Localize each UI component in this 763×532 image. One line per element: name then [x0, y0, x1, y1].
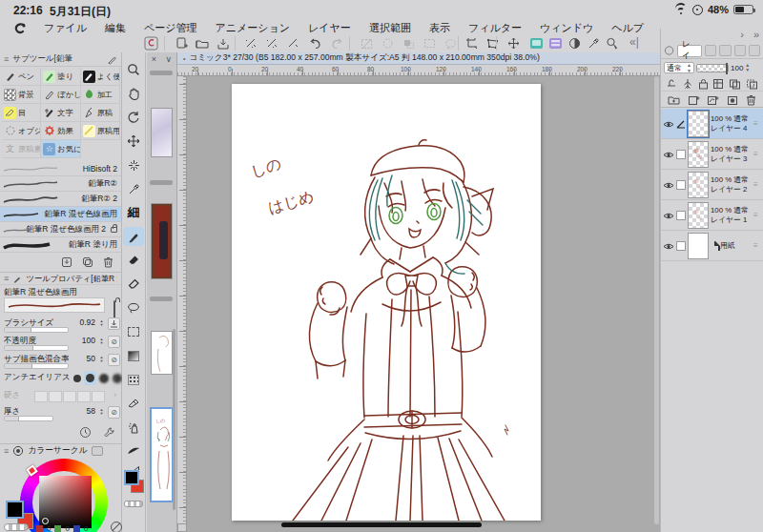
- subtool-group-draft[interactable]: 原稿: [81, 104, 120, 122]
- fine-brush-tool[interactable]: 細: [123, 203, 144, 222]
- transparent-color-swatch[interactable]: [124, 501, 143, 507]
- rect-select-icon[interactable]: [420, 35, 439, 51]
- stepper-icon[interactable]: ▲▼: [112, 371, 118, 384]
- subtool-group-blur[interactable]: ぼかし: [41, 86, 80, 104]
- layer-row[interactable]: 100 % 通常レイヤー 2 ≡: [661, 170, 763, 200]
- gradient-tool-icon[interactable]: [123, 346, 144, 365]
- subtool-group-fill[interactable]: 塗り: [41, 68, 80, 86]
- brush-size-value[interactable]: 0.92: [79, 317, 95, 327]
- undo-button[interactable]: [305, 35, 324, 51]
- eyedropper-tool-icon[interactable]: [123, 179, 144, 198]
- menu-edit[interactable]: 編集: [105, 21, 126, 35]
- subtool-group-frequent[interactable]: よく使: [81, 68, 120, 86]
- tab-layers[interactable]: レイ: [677, 45, 702, 57]
- layer-checkbox[interactable]: [676, 150, 686, 159]
- layer-thumbnail[interactable]: [688, 233, 709, 259]
- pencil-tool-selected[interactable]: [123, 227, 144, 246]
- collapse-toolbar-icon[interactable]: «|: [629, 35, 639, 49]
- tab-history-icon[interactable]: [719, 45, 731, 56]
- layer-checkbox[interactable]: [676, 180, 686, 190]
- brush-item-selected[interactable]: 鉛筆R 混ぜ色線画用: [0, 207, 121, 222]
- selection-tool-icon[interactable]: [123, 322, 144, 341]
- panel-grip-icon[interactable]: ≡: [4, 274, 9, 283]
- layer-row[interactable]: 100 % 通常レイヤー 1 ≡: [661, 200, 763, 231]
- palette-dock-icon[interactable]: [546, 35, 565, 51]
- blend-tool-icon[interactable]: [123, 275, 144, 294]
- lock-layer-icon[interactable]: [698, 78, 709, 90]
- panel-grip-icon[interactable]: ≡: [4, 54, 9, 64]
- layer-grip-icon[interactable]: ≡: [753, 150, 761, 158]
- page-thumbnail[interactable]: [151, 108, 173, 157]
- subtool-group-process[interactable]: 加工: [81, 86, 120, 104]
- layer-opacity-value[interactable]: 100: [731, 64, 743, 72]
- opacity-value[interactable]: 100: [82, 336, 95, 345]
- brush-item[interactable]: 鉛筆R 塗り用: [0, 237, 121, 253]
- document-tab[interactable]: • コミック3* 27/30 (B5 182.00 x 257.00mm 製本サ…: [177, 52, 660, 65]
- main-color-swatch[interactable]: [6, 501, 24, 519]
- layer-thumbnail[interactable]: [688, 141, 709, 168]
- reselect-icon[interactable]: [378, 35, 397, 51]
- layer-thumbnail[interactable]: [688, 172, 709, 198]
- layer-checkbox[interactable]: [676, 211, 686, 220]
- no-dynamics-icon[interactable]: ⊘: [108, 406, 120, 419]
- zoom-tool-icon[interactable]: [123, 60, 144, 79]
- visibility-eye-icon[interactable]: [663, 207, 674, 224]
- sv-marker[interactable]: [42, 518, 49, 524]
- move-icon[interactable]: [504, 35, 523, 51]
- canvas-vertical-scrollbar[interactable]: [654, 76, 659, 524]
- visibility-eye-icon[interactable]: [663, 176, 674, 194]
- delete-layer-icon[interactable]: [746, 94, 756, 106]
- lasso-tool-icon[interactable]: [123, 298, 144, 317]
- layer-checkbox[interactable]: [676, 241, 686, 251]
- layer-grip-icon[interactable]: ≡: [753, 180, 761, 189]
- tab-material-icon[interactable]: [749, 45, 760, 56]
- collapse-strip-icon[interactable]: ∨: [166, 54, 173, 64]
- reset-settings-icon[interactable]: [79, 426, 92, 439]
- stepper-icon[interactable]: ▲▼: [98, 317, 105, 330]
- new-layer-folder-icon[interactable]: [668, 94, 680, 106]
- layer-thumbnail[interactable]: [688, 202, 709, 229]
- deselect-icon[interactable]: [357, 35, 376, 51]
- edit-subtool-icon[interactable]: [107, 54, 117, 65]
- canvas-page[interactable]: しの はじめ: [232, 84, 541, 521]
- correction-wand-1-icon[interactable]: [240, 35, 259, 51]
- no-dynamics-icon[interactable]: ⊘: [108, 354, 120, 366]
- new-file-button[interactable]: [172, 35, 191, 51]
- color-circle-tab-icon[interactable]: [12, 445, 24, 457]
- thumb-scrollbar[interactable]: [173, 329, 175, 510]
- layer-grip-icon[interactable]: ≡: [753, 241, 761, 250]
- panel-swirl-icon[interactable]: [664, 45, 674, 56]
- ruler-range-icon[interactable]: [746, 78, 758, 90]
- mix-value[interactable]: 50: [87, 354, 95, 363]
- clip-studio-logo-icon[interactable]: [13, 22, 29, 35]
- save-button[interactable]: [214, 35, 233, 51]
- canvas-horizontal-scrollbar[interactable]: [281, 522, 482, 527]
- brush-item[interactable]: 鉛筆R 混ぜ色線画用 2: [0, 222, 121, 237]
- visibility-eye-icon[interactable]: [663, 115, 674, 133]
- wrench-settings-icon[interactable]: [103, 426, 115, 439]
- layer-grip-icon[interactable]: ≡: [753, 211, 761, 219]
- brush-size-source-icon[interactable]: [108, 317, 120, 330]
- rotate-view-icon[interactable]: [123, 108, 144, 127]
- stepper-icon[interactable]: ▲▼: [98, 335, 105, 348]
- blend-mode-select[interactable]: 通常▲▼: [664, 62, 694, 73]
- subtool-group-material[interactable]: 文原稿素: [2, 140, 41, 158]
- display-color-profile-icon[interactable]: [526, 35, 546, 51]
- menu-file[interactable]: ファイル: [44, 21, 87, 35]
- hardness-more-icon[interactable]: ›: [113, 390, 116, 399]
- visibility-eye-icon[interactable]: [663, 146, 674, 163]
- duplicate-brush-icon[interactable]: [82, 256, 93, 268]
- new-raster-layer-icon[interactable]: [688, 94, 700, 106]
- brush-item[interactable]: 鉛筆R② 2: [0, 192, 121, 207]
- layer-opacity-slider[interactable]: [696, 64, 729, 72]
- subtool-group-text[interactable]: 文字: [41, 104, 80, 122]
- brush-item[interactable]: HiBisoft 2: [0, 161, 121, 176]
- brush-item[interactable]: 鉛筆R②: [0, 176, 121, 192]
- close-strip-icon[interactable]: ×: [152, 54, 156, 64]
- subtool-group-object[interactable]: オプジ: [2, 122, 41, 140]
- airbrush-tool-icon[interactable]: [123, 418, 144, 437]
- lock-transparent-pixels-icon[interactable]: [712, 78, 724, 90]
- visibility-eye-icon[interactable]: [663, 237, 674, 255]
- subtool-group-favorites[interactable]: ☆お気に: [41, 140, 80, 158]
- tone-adjust-icon[interactable]: [565, 35, 584, 51]
